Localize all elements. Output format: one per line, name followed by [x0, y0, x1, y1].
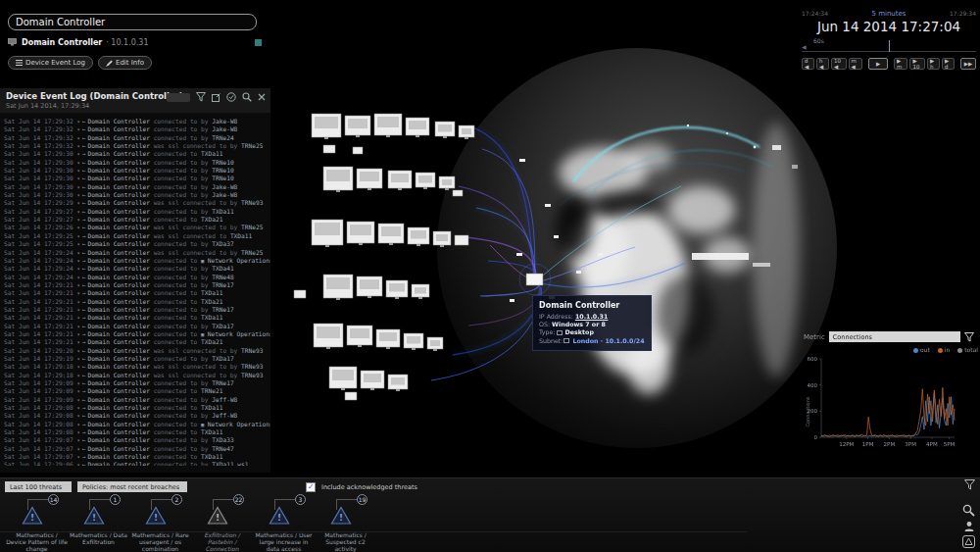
policies-filter-select[interactable]: Policies: most recent breaches: [77, 481, 187, 492]
time-buttons: d ◀h ◀10 ◀m ◀▶▶ m▶ 10▶ h▶ d▶▶: [802, 58, 976, 70]
log-row[interactable]: Sat Jun 14 17:29:24 ▾←Domain Controller …: [4, 265, 270, 273]
range-start-time: 17:24:34: [802, 10, 828, 18]
log-row[interactable]: Sat Jun 14 17:29:30 ▾→Domain Controller …: [4, 150, 270, 158]
log-row[interactable]: Sat Jun 14 17:29:19 ▾←Domain Controller …: [4, 355, 270, 363]
log-row[interactable]: Sat Jun 14 17:29:20 ▾←Domain Controller …: [4, 347, 270, 355]
log-row[interactable]: Sat Jun 14 17:29:24 ▾→Domain Controller …: [4, 257, 270, 265]
log-row[interactable]: Sat Jun 14 17:29:32 ▾←Domain Controller …: [4, 125, 270, 133]
threat-item-4[interactable]: !3Mathematics / User large increase in d…: [253, 494, 315, 551]
device-event-log-label: Device Event Log: [25, 59, 85, 67]
log-row[interactable]: Sat Jun 14 17:29:24 ▾←Domain Controller …: [4, 249, 270, 257]
step-back-button-1[interactable]: h ◀: [816, 58, 829, 70]
threats-filter-select[interactable]: Last 100 threats: [5, 481, 72, 492]
log-row[interactable]: Sat Jun 14 17:29:30 ▾←Domain Controller …: [4, 191, 270, 199]
log-row[interactable]: Sat Jun 14 17:29:29 ▾←Domain Controller …: [4, 199, 270, 207]
arrow-out-icon: →: [80, 387, 88, 394]
log-row[interactable]: Sat Jun 14 17:29:18 ▾←Domain Controller …: [4, 372, 270, 379]
log-row[interactable]: Sat Jun 14 17:29:27 ▾→Domain Controller …: [4, 216, 270, 224]
edit-info-button[interactable]: Edit Info: [98, 56, 152, 70]
acknowledged-checkbox[interactable]: ✓: [306, 482, 316, 492]
search-log-icon[interactable]: [242, 92, 252, 102]
close-icon[interactable]: [258, 93, 266, 101]
metric-select[interactable]: Connections: [829, 331, 960, 342]
acknowledge-check-icon[interactable]: [226, 92, 236, 102]
log-row[interactable]: Sat Jun 14 17:29:08 ▾→Domain Controller …: [4, 404, 270, 412]
svg-text:5PM: 5PM: [944, 441, 956, 447]
log-filter-dropdown[interactable]: [167, 93, 190, 102]
log-row[interactable]: Sat Jun 14 17:29:21 ▾←Domain Controller …: [4, 323, 270, 330]
device-event-log-button[interactable]: Device Event Log: [8, 56, 93, 70]
log-row[interactable]: Sat Jun 14 17:29:21 ▾→Domain Controller …: [4, 289, 270, 297]
legend-item-total[interactable]: total: [957, 346, 978, 353]
svg-text:!: !: [92, 513, 96, 523]
funnel-icon[interactable]: [196, 92, 206, 102]
log-row[interactable]: Sat Jun 14 17:29:21 ▾→Domain Controller …: [4, 330, 270, 338]
warning-triangle-icon: !: [269, 506, 290, 526]
threat-item-2[interactable]: !2Mathematics / Rare useragent / os comb…: [129, 494, 191, 551]
legend-item-out[interactable]: out: [913, 346, 930, 353]
log-row[interactable]: Sat Jun 14 17:29:26 ▾←Domain Controller …: [4, 224, 270, 231]
subnet-icon: [564, 338, 569, 343]
threat-item-0[interactable]: !14Mathematics / Device Pattern of life …: [6, 494, 68, 551]
log-row[interactable]: Sat Jun 14 17:29:21 ▾→Domain Controller …: [4, 298, 270, 306]
alert-icon[interactable]: [962, 535, 975, 548]
search-input[interactable]: [8, 14, 257, 30]
log-row[interactable]: Sat Jun 14 17:29:06 ▾←Domain Controller …: [4, 461, 270, 466]
log-row[interactable]: Sat Jun 14 17:29:08 ▾→Domain Controller …: [4, 421, 270, 428]
arrow-in-icon: ←: [80, 445, 88, 452]
rewind-edge-icon[interactable]: ◀: [802, 43, 807, 50]
timeline-scrubber[interactable]: ◀ 60s: [802, 37, 976, 55]
threat-item-5[interactable]: !19Mathematics / Suspected c2 activity: [315, 494, 376, 551]
log-row[interactable]: Sat Jun 14 17:29:24 ▾←Domain Controller …: [4, 274, 270, 281]
log-row[interactable]: Sat Jun 14 17:29:27 ▾←Domain Controller …: [4, 208, 270, 216]
log-row[interactable]: Sat Jun 14 17:29:07 ▾→Domain Controller …: [4, 453, 270, 461]
filter-funnel-icon[interactable]: [964, 479, 975, 490]
log-row[interactable]: Sat Jun 14 17:29:18 ▾←Domain Controller …: [4, 363, 270, 371]
arrow-out-icon: →: [80, 421, 88, 427]
step-forward-button-3[interactable]: ▶ d: [942, 58, 955, 70]
log-row[interactable]: Sat Jun 14 17:29:09 ▾←Domain Controller …: [4, 396, 270, 404]
step-forward-button-2[interactable]: ▶ h: [927, 58, 940, 70]
log-row[interactable]: Sat Jun 14 17:29:21 ▾→Domain Controller …: [4, 338, 270, 346]
export-window-icon[interactable]: [212, 93, 220, 102]
log-row[interactable]: Sat Jun 14 17:29:07 ▾←Domain Controller …: [4, 436, 270, 444]
log-row[interactable]: Sat Jun 14 17:29:21 ▾→Domain Controller …: [4, 314, 270, 322]
log-row[interactable]: Sat Jun 14 17:29:30 ▾←Domain Controller …: [4, 167, 270, 175]
log-row[interactable]: Sat Jun 14 17:29:32 ▾←Domain Controller …: [4, 118, 270, 125]
step-forward-button-0[interactable]: ▶ m: [894, 58, 907, 70]
user-icon[interactable]: [963, 521, 975, 532]
log-row[interactable]: Sat Jun 14 17:29:07 ▾←Domain Controller …: [4, 445, 270, 453]
log-row[interactable]: Sat Jun 14 17:29:25 ▾←Domain Controller …: [4, 240, 270, 248]
log-row[interactable]: Sat Jun 14 17:29:32 ▾←Domain Controller …: [4, 142, 270, 150]
legend-item-in[interactable]: in: [938, 346, 950, 353]
result-device-name: Domain Controller: [22, 38, 102, 47]
log-row[interactable]: Sat Jun 14 17:29:21 ▾←Domain Controller …: [4, 281, 270, 289]
step-forward-button-1[interactable]: ▶ 10: [909, 58, 925, 70]
log-row[interactable]: Sat Jun 14 17:29:25 ▾→Domain Controller …: [4, 232, 270, 240]
log-row[interactable]: Sat Jun 14 17:29:08 ▾←Domain Controller …: [4, 412, 270, 420]
log-row[interactable]: Sat Jun 14 17:29:30 ▾←Domain Controller …: [4, 159, 270, 167]
event-log-rows[interactable]: Sat Jun 14 17:29:32 ▾←Domain Controller …: [0, 113, 270, 466]
threat-label: Mathematics / Device Pattern of life cha…: [6, 531, 68, 552]
log-row[interactable]: Sat Jun 14 17:29:21 ▾←Domain Controller …: [4, 306, 270, 314]
log-row[interactable]: Sat Jun 14 17:29:08 ▾→Domain Controller …: [4, 428, 270, 436]
range-duration[interactable]: 5 minutes: [871, 10, 906, 18]
timeline-cursor[interactable]: [889, 40, 890, 52]
log-row[interactable]: Sat Jun 14 17:29:32 ▾←Domain Controller …: [4, 134, 270, 142]
result-status-square[interactable]: [255, 39, 262, 46]
threat-item-3[interactable]: !22Exfiltration / Pastebin / Connection: [191, 494, 253, 551]
log-row[interactable]: Sat Jun 14 17:29:30 ▾←Domain Controller …: [4, 183, 270, 191]
log-row[interactable]: Sat Jun 14 17:29:09 ▾→Domain Controller …: [4, 387, 270, 395]
search-result-row[interactable]: Domain Controller · 10.1.0.31: [8, 36, 265, 48]
fast-forward-button[interactable]: ▶▶: [960, 58, 976, 70]
arrow-out-icon: →: [80, 216, 88, 223]
threat-item-1[interactable]: !1Mathematics / Data Exfiltration: [68, 494, 129, 551]
step-back-button-3[interactable]: m ◀: [849, 58, 862, 70]
log-row[interactable]: Sat Jun 14 17:29:30 ▾←Domain Controller …: [4, 175, 270, 182]
step-back-button-0[interactable]: d ◀: [802, 58, 814, 70]
search-tool-icon[interactable]: [962, 504, 975, 517]
play-button[interactable]: ▶: [868, 58, 888, 70]
log-row[interactable]: Sat Jun 14 17:29:09 ▾←Domain Controller …: [4, 379, 270, 387]
metric-funnel-icon[interactable]: [964, 332, 974, 342]
step-back-button-2[interactable]: 10 ◀: [831, 58, 847, 70]
